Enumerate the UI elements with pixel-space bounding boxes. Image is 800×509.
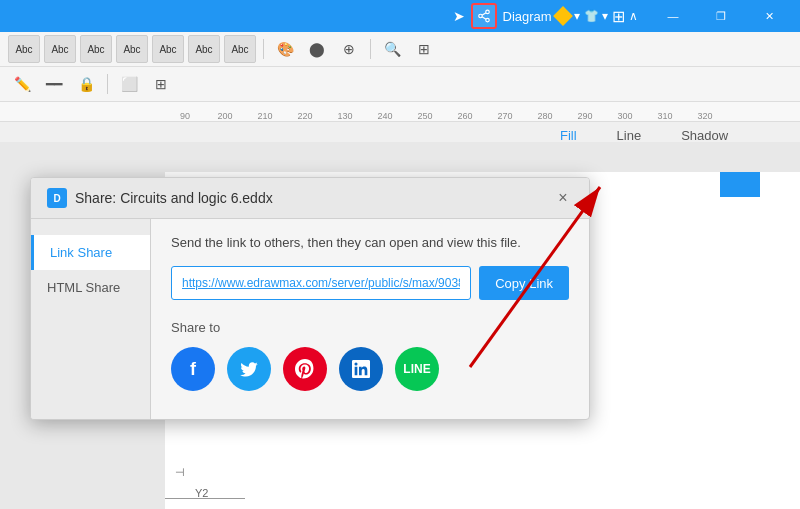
ruler-mark-210: 210 [245,111,285,121]
share-to-label: Share to [171,320,569,335]
sidebar-link-share[interactable]: Link Share [31,235,150,270]
sidebar-html-share[interactable]: HTML Share [31,270,150,305]
dialog-title-icon: D [47,188,67,208]
dialog-overlay: D Share: Circuits and logic 6.eddx × Lin… [0,142,800,509]
ruler-mark-310: 310 [645,111,685,121]
search-icon[interactable]: 🔍 [378,35,406,63]
dialog-body: Link Share HTML Share Send the link to o… [31,219,589,419]
line-button[interactable]: LINE [395,347,439,391]
crop-icon[interactable]: ⊕ [335,35,363,63]
close-button[interactable]: ✕ [746,0,792,32]
maximize-button[interactable]: ❐ [698,0,744,32]
diamond-icon [553,6,573,26]
svg-line-3 [482,13,486,16]
dialog-description: Send the link to others, then they can o… [171,235,569,250]
link-input-row: Copy Link [171,266,569,300]
ruler-mark-200: 200 [205,111,245,121]
ruler-mark-220: 220 [285,111,325,121]
ruler-marks: 90 200 210 220 130 240 250 260 270 280 2… [165,102,725,121]
line-style-icon[interactable]: ━━ [40,70,68,98]
titlebar: ➤ Diagram ▾ 👕 ▾ ⊞ ∧ — ❐ ✕ [0,0,800,32]
style-btn-7[interactable]: Abc [224,35,256,63]
svg-line-4 [482,17,486,20]
style-btn-4[interactable]: Abc [116,35,148,63]
toolbar-1: Abc Abc Abc Abc Abc Abc Abc 🎨 ⬤ ⊕ 🔍 ⊞ [0,32,800,67]
share-icon-button[interactable] [471,3,497,29]
style-btn-1[interactable]: Abc [8,35,40,63]
paint-icon[interactable]: 🎨 [271,35,299,63]
diagram-label: Diagram ▾ 👕 ▾ ⊞ ∧ [503,7,638,26]
dialog-title: D Share: Circuits and logic 6.eddx [47,188,273,208]
style-btn-5[interactable]: Abc [152,35,184,63]
link-url-input[interactable] [171,266,471,300]
titlebar-right-icons: ➤ Diagram ▾ 👕 ▾ ⊞ ∧ [453,3,638,29]
frame-icon[interactable]: ⬜ [115,70,143,98]
lock-icon[interactable]: 🔒 [72,70,100,98]
ruler-mark-300: 300 [605,111,645,121]
social-icons: f LINE [171,347,569,391]
send-icon[interactable]: ➤ [453,8,465,24]
toolbar2-sep [107,74,108,94]
minimize-button[interactable]: — [650,0,696,32]
ruler-mark-130: 130 [325,111,365,121]
shape-icon[interactable]: ⬤ [303,35,331,63]
ruler-mark-270: 270 [485,111,525,121]
toolbar-separator [263,39,264,59]
toolbar-separator-2 [370,39,371,59]
grid-icon[interactable]: ⊞ [147,70,175,98]
facebook-button[interactable]: f [171,347,215,391]
toolbar-2: ✏️ ━━ 🔒 ⬜ ⊞ [0,67,800,102]
dialog-content: Send the link to others, then they can o… [151,219,589,419]
dialog-header: D Share: Circuits and logic 6.eddx × [31,178,589,219]
share-to-section: Share to f LINE [171,320,569,391]
ruler-mark-290: 290 [565,111,605,121]
linkedin-button[interactable] [339,347,383,391]
share-dialog: D Share: Circuits and logic 6.eddx × Lin… [30,177,590,420]
main-area: ⊣ Y2 D Share: Circuits and logic 6.eddx … [0,142,800,509]
style-btn-3[interactable]: Abc [80,35,112,63]
copy-link-button[interactable]: Copy Link [479,266,569,300]
ruler-mark-240: 240 [365,111,405,121]
ruler-mark-280: 280 [525,111,565,121]
ruler-mark-320: 320 [685,111,725,121]
pinterest-button[interactable] [283,347,327,391]
pencil-icon[interactable]: ✏️ [8,70,36,98]
twitter-button[interactable] [227,347,271,391]
dialog-title-text: Share: Circuits and logic 6.eddx [75,190,273,206]
table-icon[interactable]: ⊞ [410,35,438,63]
ruler: 90 200 210 220 130 240 250 260 270 280 2… [0,102,800,122]
ruler-mark-90: 90 [165,111,205,121]
style-btn-6[interactable]: Abc [188,35,220,63]
style-btn-2[interactable]: Abc [44,35,76,63]
ruler-mark-260: 260 [445,111,485,121]
dialog-sidebar: Link Share HTML Share [31,219,151,419]
ruler-mark-250: 250 [405,111,445,121]
dialog-close-button[interactable]: × [553,188,573,208]
titlebar-controls: — ❐ ✕ [650,0,792,32]
